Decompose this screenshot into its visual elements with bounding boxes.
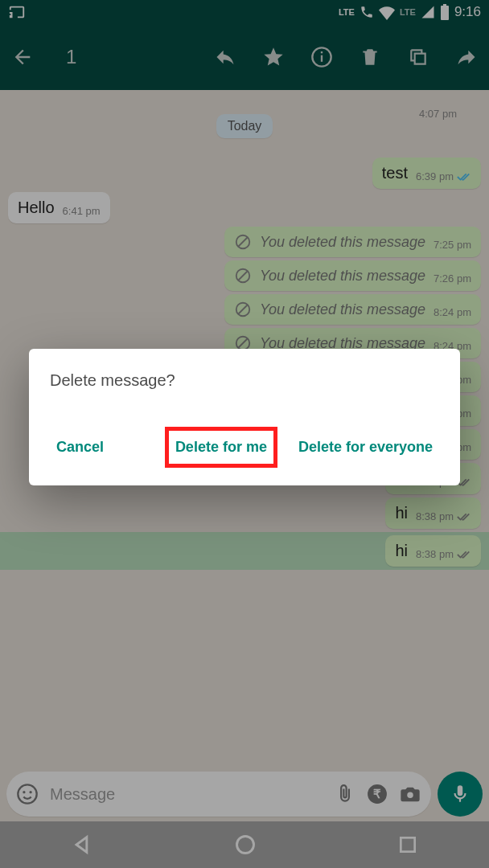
cancel-button[interactable]: Cancel (50, 431, 110, 464)
delete-for-everyone-button[interactable]: Delete for everyone (292, 431, 439, 464)
delete-dialog: Delete message? Cancel Delete for me Del… (29, 349, 460, 485)
delete-for-me-button[interactable]: Delete for me (165, 427, 277, 468)
dialog-title: Delete message? (50, 371, 439, 390)
